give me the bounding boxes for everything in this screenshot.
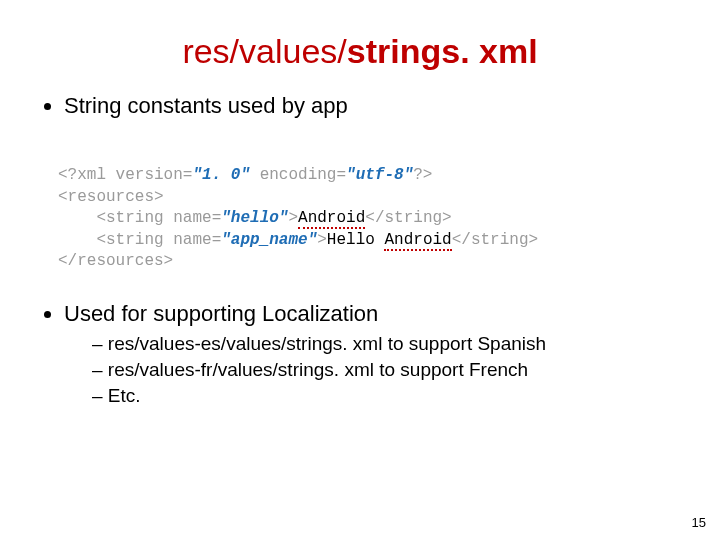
sub-bullet-2: res/values-fr/values/strings. xml to sup…: [92, 359, 680, 381]
sub-bullet-list: res/values-es/values/strings. xml to sup…: [92, 333, 680, 407]
page-number: 15: [692, 515, 706, 530]
bullet-list-2: Used for supporting Localization res/val…: [64, 301, 680, 407]
bullet-list: String constants used by app: [64, 93, 680, 119]
code-line-2: <resources>: [58, 187, 680, 209]
slide-title: res/values/strings. xml: [40, 32, 680, 71]
title-prefix: res/values/: [182, 32, 346, 70]
bullet-2: Used for supporting Localization res/val…: [64, 301, 680, 407]
sub-bullet-3: Etc.: [92, 385, 680, 407]
code-block: <?xml version="1. 0" encoding="utf-8"?> …: [58, 165, 680, 273]
code-line-4: <string name="app_name">Hello Android</s…: [58, 230, 680, 252]
title-bold: strings. xml: [347, 32, 538, 70]
slide: res/values/strings. xml String constants…: [0, 0, 720, 540]
sub-bullet-1: res/values-es/values/strings. xml to sup…: [92, 333, 680, 355]
code-line-1: <?xml version="1. 0" encoding="utf-8"?>: [58, 165, 680, 187]
code-line-5: </resources>: [58, 251, 680, 273]
bullet-1: String constants used by app: [64, 93, 680, 119]
bullet-2-text: Used for supporting Localization: [64, 301, 378, 326]
code-line-3: <string name="hello">Android</string>: [58, 208, 680, 230]
